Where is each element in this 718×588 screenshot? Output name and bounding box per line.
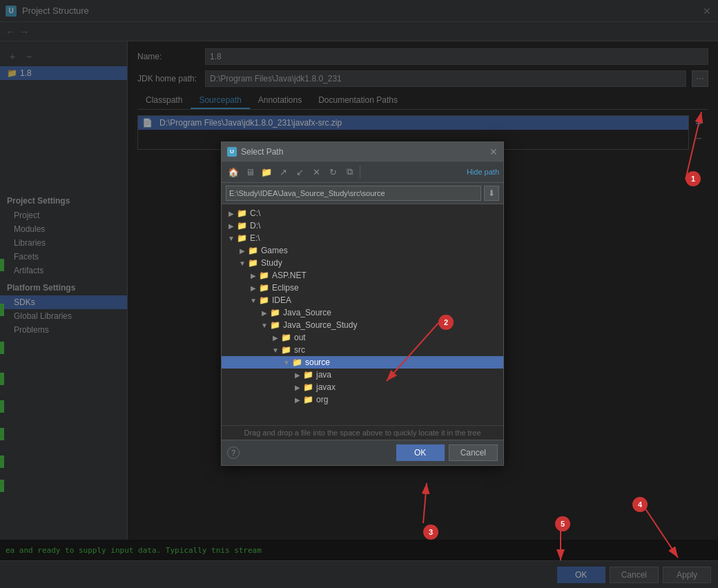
folder-icon-out: 📁 — [281, 333, 291, 342]
toolbar-separator — [360, 166, 360, 178]
modal-download-button[interactable]: ⬇ — [484, 186, 499, 201]
folder-icon-javax: 📁 — [303, 382, 313, 392]
tree-item-out[interactable]: ▶ 📁 out — [222, 331, 503, 344]
tree-label-e: E:\ — [250, 233, 260, 243]
tree-item-eclipse[interactable]: ▶ 📁 Eclipse — [222, 282, 503, 294]
tree-arrow-d: ▶ — [227, 222, 235, 230]
tree-label-org: org — [316, 395, 328, 404]
tree-item-javax[interactable]: ▶ 📁 javax — [222, 381, 503, 393]
folder-icon-games: 📁 — [248, 246, 258, 255]
tree-arrow-aspnet: ▶ — [249, 271, 258, 280]
folder-icon-study: 📁 — [248, 258, 258, 268]
tree-item-aspnet[interactable]: ▶ 📁 ASP.NET — [222, 269, 503, 282]
tree-item-games[interactable]: ▶ 📁 Games — [222, 244, 503, 257]
tree-arrow-idea: ▼ — [249, 296, 258, 304]
tree-arrow-source: ▼ — [282, 358, 291, 366]
folder-icon-c: 📁 — [237, 208, 247, 218]
modal-title-text: Select Path — [241, 147, 489, 157]
tree-arrow-study: ▼ — [238, 259, 246, 267]
annotation-3: 3 — [423, 525, 438, 540]
tree-item-java[interactable]: ▶ 📁 java — [222, 369, 503, 381]
folder-icon-eclipse: 📁 — [259, 283, 269, 293]
modal-toolbar: 🏠 🖥 📁 ↗ ↙ ✕ ↻ ⧉ Hide path — [222, 161, 503, 183]
folder-icon-src: 📁 — [281, 345, 291, 355]
modal-path-row: ⬇ — [222, 183, 503, 204]
folder-icon-java-source: 📁 — [270, 308, 280, 317]
tree-label-source: source — [305, 357, 330, 367]
modal-buttons: OK Cancel — [396, 444, 498, 461]
desktop-button[interactable]: 🖥 — [242, 164, 258, 179]
drag-hint: Drag and drop a file into the space abov… — [222, 425, 503, 440]
modal-bottom: ? OK Cancel — [222, 440, 503, 465]
annotation-2: 2 — [438, 315, 454, 330]
tree-label-games: Games — [261, 246, 288, 255]
tree-label-java-source: Java_Source — [283, 308, 331, 317]
tree-label-javax: javax — [316, 382, 336, 392]
refresh-button[interactable]: ↻ — [325, 164, 340, 179]
tree-item-d[interactable]: ▶ 📁 D:\ — [222, 219, 503, 232]
tree-label-study: Study — [261, 258, 282, 268]
modal-ok-button[interactable]: OK — [396, 444, 445, 461]
tree-label-d: D:\ — [250, 221, 260, 231]
modal-cancel-button[interactable]: Cancel — [449, 444, 498, 461]
tree-label-c: C:\ — [250, 208, 260, 218]
modal-overlay: U Select Path ✕ 🏠 🖥 📁 ↗ ↙ ✕ ↻ ⧉ Hide pat… — [0, 0, 718, 588]
annotation-1: 1 — [686, 171, 701, 186]
folder-icon-source: 📁 — [292, 357, 302, 367]
tree-label-eclipse: Eclipse — [272, 283, 299, 293]
tree-label-idea: IDEA — [272, 295, 291, 305]
new-folder-button[interactable]: 📁 — [259, 164, 274, 179]
tree-label-out: out — [294, 333, 306, 342]
modal-path-input[interactable] — [226, 186, 481, 201]
tree-item-src[interactable]: ▼ 📁 src — [222, 344, 503, 356]
folder-icon-org: 📁 — [303, 395, 313, 404]
file-tree[interactable]: ▶ 📁 C:\ ▶ 📁 D:\ ▼ 📁 E:\ ▶ � — [222, 204, 503, 425]
folder-icon-d: 📁 — [237, 221, 247, 231]
folder-icon-idea: 📁 — [259, 295, 269, 305]
tree-item-org[interactable]: ▶ 📁 org — [222, 393, 503, 406]
tree-item-study[interactable]: ▼ 📁 Study — [222, 257, 503, 269]
folder-icon-java: 📁 — [303, 370, 313, 380]
modal-icon: U — [227, 147, 237, 157]
tree-arrow-c: ▶ — [227, 209, 235, 217]
tree-arrow-src: ▼ — [271, 346, 280, 354]
tree-label-src: src — [294, 345, 305, 355]
modal-help-button[interactable]: ? — [227, 447, 240, 459]
tree-arrow-games: ▶ — [238, 246, 246, 255]
collapse-button[interactable]: ↙ — [292, 164, 307, 179]
home-button[interactable]: 🏠 — [226, 164, 241, 179]
tree-item-c[interactable]: ▶ 📁 C:\ — [222, 207, 503, 219]
folder-icon-java-source-study: 📁 — [270, 320, 280, 330]
folder-icon-e: 📁 — [237, 233, 247, 243]
tree-item-java-source-study[interactable]: ▼ 📁 Java_Source_Study — [222, 319, 503, 331]
tree-label-java: java — [316, 370, 331, 380]
folder-icon-aspnet: 📁 — [259, 271, 269, 280]
tree-item-e[interactable]: ▼ 📁 E:\ — [222, 232, 503, 244]
tree-label-java-source-study: Java_Source_Study — [283, 320, 357, 330]
select-path-dialog: U Select Path ✕ 🏠 🖥 📁 ↗ ↙ ✕ ↻ ⧉ Hide pat… — [221, 141, 504, 466]
modal-title-bar: U Select Path ✕ — [222, 142, 503, 161]
modal-close-button[interactable]: ✕ — [489, 146, 498, 157]
tree-arrow-out: ▶ — [271, 333, 280, 342]
annotation-5: 5 — [555, 516, 570, 531]
tree-arrow-eclipse: ▶ — [249, 284, 258, 292]
copy-path-button[interactable]: ⧉ — [342, 164, 357, 179]
tree-arrow-e: ▼ — [227, 234, 235, 242]
expand-button[interactable]: ↗ — [275, 164, 291, 179]
tree-item-source[interactable]: ▼ 📁 source — [222, 356, 503, 369]
hide-path-label[interactable]: Hide path — [467, 168, 499, 176]
tree-arrow-java: ▶ — [293, 371, 302, 379]
tree-arrow-javax: ▶ — [293, 383, 302, 391]
annotation-4: 4 — [632, 497, 648, 512]
tree-label-aspnet: ASP.NET — [272, 271, 307, 280]
tree-arrow-java-source: ▶ — [260, 308, 269, 317]
delete-button[interactable]: ✕ — [309, 164, 324, 179]
tree-arrow-java-source-study: ▼ — [260, 321, 269, 329]
tree-arrow-org: ▶ — [293, 395, 302, 404]
tree-item-java-source[interactable]: ▶ 📁 Java_Source — [222, 306, 503, 319]
tree-item-idea[interactable]: ▼ 📁 IDEA — [222, 294, 503, 306]
